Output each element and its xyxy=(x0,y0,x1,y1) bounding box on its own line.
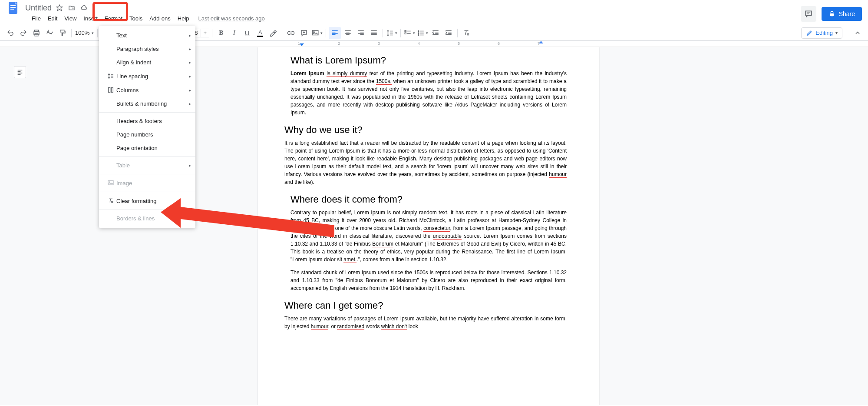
menu-page-orientation[interactable]: Page orientation xyxy=(99,141,195,155)
align-right-button[interactable] xyxy=(355,27,367,39)
svg-rect-6 xyxy=(806,13,809,14)
ruler-indent-marker[interactable] xyxy=(300,43,304,46)
menu-image: Image xyxy=(99,176,195,190)
spellcheck-button[interactable] xyxy=(43,27,56,39)
insert-image-button[interactable] xyxy=(311,27,323,39)
text-color-button[interactable]: A xyxy=(254,27,266,39)
paragraph: The standard chunk of Lorem Ipsum used s… xyxy=(290,269,567,292)
editing-mode-button[interactable]: Editing ▾ xyxy=(801,27,842,39)
menu-clear-formatting[interactable]: Clear formatting xyxy=(99,194,195,208)
highlight-color-button[interactable] xyxy=(267,27,279,39)
underline-button[interactable]: U xyxy=(241,27,253,39)
svg-rect-19 xyxy=(109,88,110,93)
print-button[interactable] xyxy=(30,27,43,39)
menu-file[interactable]: File xyxy=(29,13,44,23)
menu-paragraph-styles[interactable]: Paragraph styles▸ xyxy=(99,42,195,56)
share-button[interactable]: Share xyxy=(822,7,862,21)
svg-marker-4 xyxy=(56,5,62,10)
add-comment-button[interactable] xyxy=(298,27,310,39)
svg-rect-7 xyxy=(830,13,834,17)
format-dropdown: Text▸ Paragraph styles▸ Align & indent▸ … xyxy=(99,26,195,228)
line-spacing-button[interactable] xyxy=(386,27,398,39)
svg-rect-14 xyxy=(405,30,406,32)
menu-columns[interactable]: Columns▸ xyxy=(99,83,195,97)
svg-point-17 xyxy=(418,32,419,33)
menu-view[interactable]: View xyxy=(61,13,79,23)
menu-insert[interactable]: Insert xyxy=(80,13,101,23)
paragraph: There are many variations of passages of… xyxy=(284,315,567,330)
align-justify-button[interactable] xyxy=(368,27,380,39)
clear-formatting-icon xyxy=(105,197,116,204)
paragraph: Lorem Ipsum is simply dummy text of the … xyxy=(290,70,567,116)
zoom-select[interactable]: 100% xyxy=(74,29,95,37)
bulleted-list-button[interactable] xyxy=(416,27,429,39)
italic-button[interactable]: I xyxy=(228,27,240,39)
menu-headers-footers[interactable]: Headers & footers xyxy=(99,114,195,128)
menu-format[interactable]: Format xyxy=(102,13,125,23)
menu-page-numbers[interactable]: Page numbers xyxy=(99,128,195,141)
svg-rect-20 xyxy=(111,88,113,93)
document-outline-button[interactable] xyxy=(14,66,26,78)
open-comments-button[interactable] xyxy=(801,6,816,22)
svg-rect-21 xyxy=(108,181,113,185)
heading-where-get: Where can I get some? xyxy=(284,300,567,311)
bold-button[interactable]: B xyxy=(215,27,227,39)
svg-rect-11 xyxy=(60,30,64,32)
lock-icon xyxy=(828,10,835,17)
move-icon[interactable] xyxy=(67,3,76,12)
menu-line-spacing[interactable]: Line spacing▸ xyxy=(99,69,195,83)
menu-help[interactable]: Help xyxy=(175,13,192,23)
menu-align-indent[interactable]: Align & indent▸ xyxy=(99,56,195,69)
image-icon xyxy=(105,180,116,186)
svg-rect-3 xyxy=(10,9,14,10)
font-size-increase[interactable]: + xyxy=(201,29,209,37)
insert-link-button[interactable] xyxy=(285,27,297,39)
collapse-toolbar-button[interactable] xyxy=(851,27,864,39)
svg-point-16 xyxy=(418,30,419,31)
svg-rect-12 xyxy=(313,30,319,35)
svg-rect-5 xyxy=(806,13,810,13)
svg-rect-1 xyxy=(10,5,16,6)
svg-rect-2 xyxy=(10,7,16,8)
paragraph: It is a long established fact that a rea… xyxy=(284,139,567,186)
checklist-button[interactable] xyxy=(403,27,416,39)
cloud-status-icon[interactable] xyxy=(79,3,88,12)
menu-bullets-numbering[interactable]: Bullets & numbering▸ xyxy=(99,97,195,110)
paint-format-button[interactable] xyxy=(56,27,69,39)
columns-icon xyxy=(105,87,116,93)
menu-text[interactable]: Text▸ xyxy=(99,29,195,42)
editing-label: Editing xyxy=(815,30,833,36)
svg-rect-15 xyxy=(405,33,406,34)
menu-table: Table▸ xyxy=(99,159,195,172)
decrease-indent-button[interactable] xyxy=(429,27,442,39)
ruler-right-marker[interactable] xyxy=(539,41,543,43)
last-edit[interactable]: Last edit was seconds ago xyxy=(198,15,265,22)
svg-point-18 xyxy=(418,34,419,35)
pencil-icon xyxy=(806,30,813,37)
align-center-button[interactable] xyxy=(342,27,354,39)
document-page[interactable]: What is Lorem Ipsum? Lorem Ipsum is simp… xyxy=(258,47,599,405)
heading-where-from: Where does it come from? xyxy=(290,194,567,205)
menu-tools[interactable]: Tools xyxy=(126,13,145,23)
undo-button[interactable] xyxy=(4,27,17,39)
clear-formatting-button[interactable] xyxy=(460,27,472,39)
menu-edit[interactable]: Edit xyxy=(45,13,60,23)
share-label: Share xyxy=(839,10,855,17)
align-left-button[interactable] xyxy=(329,27,341,39)
docs-icon[interactable] xyxy=(4,0,22,17)
heading-why: Why do we use it? xyxy=(284,124,567,136)
menu-addons[interactable]: Add-ons xyxy=(146,13,173,23)
doc-title[interactable]: Untitled xyxy=(25,3,52,13)
increase-indent-button[interactable] xyxy=(442,27,455,39)
heading-what-is: What is Lorem Ipsum? xyxy=(290,55,567,66)
star-icon[interactable] xyxy=(55,3,64,12)
redo-button[interactable] xyxy=(17,27,30,39)
paragraph: Contrary to popular belief, Lorem Ipsum … xyxy=(290,209,567,263)
line-spacing-icon xyxy=(105,73,116,80)
menu-borders-lines: Borders & lines▸ xyxy=(99,212,195,225)
